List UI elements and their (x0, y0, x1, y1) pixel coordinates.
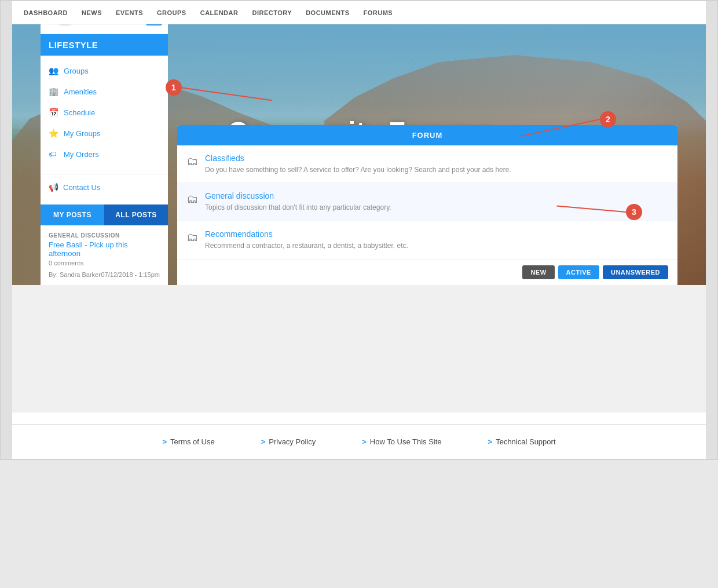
lifestyle-amenities-label: Amenities (64, 87, 97, 96)
post-title-link[interactable]: Free Basil - Pick up this afternoon (49, 240, 160, 258)
post-author: By: Sandra Barker (49, 271, 101, 278)
navbar: DASHBOARD NEWS EVENTS GROUPS CALENDAR DI… (12, 1, 706, 24)
general-title: General discussion (205, 191, 391, 200)
forum-panel: FORUM 🗂 Classifieds Do you have somethin… (177, 125, 677, 285)
support-arrow-icon: > (488, 437, 493, 446)
recommendations-desc: Recommend a contractor, a restaurant, a … (205, 241, 408, 251)
posts-tabs: MY POSTS ALL POSTS (41, 204, 168, 225)
footer-privacy-label: Privacy Policy (269, 437, 316, 446)
lifestyle-my-orders[interactable]: 🏷 My Orders (41, 144, 168, 165)
general-content: General discussion Topics of discussion … (205, 191, 391, 213)
annotation-badge-2[interactable]: 2 (600, 111, 616, 127)
amenities-icon: 🏢 (49, 87, 58, 96)
lifestyle-amenities[interactable]: 🏢 Amenities (41, 81, 168, 102)
lifestyle-menu: 👥 Groups 🏢 Amenities 📅 Schedule ⭐ My Gro… (41, 56, 168, 169)
user-action-icons: ⚙ 👤 (146, 24, 162, 25)
forum-recommendations[interactable]: 🗂 Recommendations Recommend a contractor… (177, 221, 677, 260)
schedule-icon: 📅 (49, 108, 58, 117)
lifestyle-groups-label: Groups (64, 67, 89, 75)
annotation-badge-3[interactable]: 3 (626, 204, 642, 220)
nav-documents[interactable]: DOCUMENTS (306, 9, 349, 16)
forum-new-button[interactable]: NEW (522, 265, 554, 279)
left-panel: Hi, Sandra Barker 18758 Seaport Street S… (41, 24, 168, 285)
lifestyle-mygroups-label: My Groups (64, 129, 101, 138)
lifestyle-myorders-label: My Orders (64, 150, 99, 159)
nav-events[interactable]: EVENTS (116, 9, 143, 16)
footer-privacy[interactable]: > Privacy Policy (261, 437, 316, 446)
hero-section: Community Forums 1 2 3 Hi, Sandra Barker (12, 24, 706, 285)
contact-us-link[interactable]: Contact Us (63, 183, 100, 192)
below-hero-section (12, 285, 706, 412)
lifestyle-header: LIFESTYLE (41, 34, 168, 56)
my-posts-tab[interactable]: MY POSTS (41, 204, 104, 225)
lifestyle-groups[interactable]: 👥 Groups (41, 60, 168, 81)
contact-us-section: 📢 Contact Us (41, 174, 168, 200)
annotation-badge-1[interactable]: 1 (166, 79, 182, 96)
terms-arrow-icon: > (162, 437, 167, 446)
general-folder-icon: 🗂 (186, 192, 198, 206)
post-meta: By: Sandra Barker 07/12/2018 - 1:15pm (49, 271, 160, 278)
orders-icon: 🏷 (49, 149, 58, 159)
classifieds-desc: Do you have something to sell? A service… (205, 165, 511, 175)
nav-groups[interactable]: GROUPS (157, 9, 186, 16)
post-category: GENERAL DISCUSSION (49, 232, 160, 239)
user-card: Hi, Sandra Barker 18758 Seaport Street S… (41, 24, 168, 34)
post-comments: 0 comments (49, 260, 160, 266)
posts-content: GENERAL DISCUSSION Free Basil - Pick up … (41, 225, 168, 285)
nav-directory[interactable]: DIRECTORY (252, 9, 292, 16)
recommendations-folder-icon: 🗂 (186, 231, 198, 244)
classifieds-content: Classifieds Do you have something to sel… (205, 154, 511, 175)
footer-how-to-label: How To Use This Site (370, 437, 442, 446)
all-posts-tab[interactable]: ALL POSTS (104, 204, 168, 225)
how-to-arrow-icon: > (362, 437, 367, 446)
forum-general[interactable]: 🗂 General discussion Topics of discussio… (177, 183, 677, 221)
groups-icon: 👥 (49, 66, 58, 75)
nav-forums[interactable]: FORUMS (364, 9, 393, 16)
footer-support-label: Technical Support (496, 437, 555, 446)
footer-terms[interactable]: > Terms of Use (162, 437, 214, 446)
footer-support[interactable]: > Technical Support (488, 437, 556, 446)
forum-active-button[interactable]: ACTIVE (558, 265, 599, 279)
classifieds-folder-icon: 🗂 (186, 155, 198, 168)
profile-icon-btn[interactable]: 👤 (146, 24, 162, 25)
classifieds-title: Classifieds (205, 154, 511, 163)
lifestyle-schedule[interactable]: 📅 Schedule (41, 102, 168, 123)
recommendations-content: Recommendations Recommend a contractor, … (205, 229, 408, 251)
nav-news[interactable]: NEWS (82, 9, 102, 16)
forum-classifieds[interactable]: 🗂 Classifieds Do you have something to s… (177, 145, 677, 184)
forum-actions: NEW ACTIVE UNANSWERED (177, 260, 677, 285)
post-date: 07/12/2018 - 1:15pm (101, 271, 160, 278)
privacy-arrow-icon: > (261, 437, 266, 446)
recommendations-title: Recommendations (205, 229, 408, 239)
nav-dashboard[interactable]: DASHBOARD (24, 9, 68, 16)
footer: > Terms of Use > Privacy Policy > How To… (12, 424, 706, 459)
forum-header: FORUM (177, 125, 677, 145)
contact-icon: 📢 (49, 182, 58, 192)
footer-how-to[interactable]: > How To Use This Site (362, 437, 441, 446)
nav-calendar[interactable]: CALENDAR (200, 9, 239, 16)
footer-terms-label: Terms of Use (170, 437, 215, 446)
general-desc: Topics of discussion that don't fit into… (205, 203, 391, 213)
hero-panels: Hi, Sandra Barker 18758 Seaport Street S… (41, 24, 677, 285)
star-icon: ⭐ (49, 129, 58, 138)
lifestyle-schedule-label: Schedule (64, 108, 95, 117)
lifestyle-my-groups[interactable]: ⭐ My Groups (41, 123, 168, 144)
forum-unanswered-button[interactable]: UNANSWERED (603, 265, 668, 279)
